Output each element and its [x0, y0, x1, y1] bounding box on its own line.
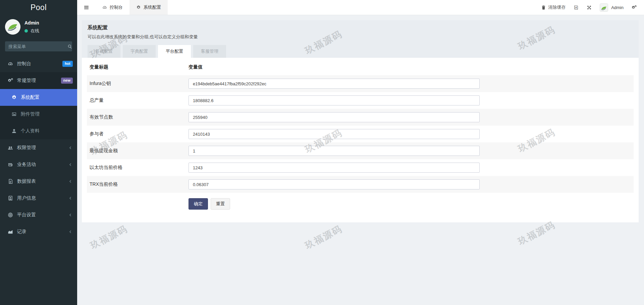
- sidebar-item-platform-set[interactable]: 平台设置: [0, 207, 77, 223]
- sidebar-toggle-button[interactable]: [77, 0, 96, 15]
- config-row-active-nodes: 有效节点数: [87, 109, 634, 126]
- sidebar-item-label: 权限管理: [17, 145, 36, 151]
- config-row-label: 参与者: [90, 131, 189, 137]
- config-card-head: 系统配置 可以在此增改系统的变量和分组,也可以自定义分组和变量 基础配置字典配置…: [82, 20, 639, 58]
- sidebar-item-general-manage[interactable]: 常规管理new: [0, 72, 77, 89]
- topbar-actions: 清除缓存 A Admin: [541, 0, 644, 15]
- config-row-eth-price: 以太坊当前价格: [87, 159, 634, 176]
- config-row-label: 有效节点数: [90, 114, 189, 120]
- file-text-icon: [7, 179, 13, 184]
- user-icon: [11, 128, 17, 134]
- topbar-tab-system-config[interactable]: 系统配置: [129, 0, 168, 15]
- cogs-icon: [632, 5, 637, 10]
- user-menu[interactable]: Admin: [600, 3, 624, 12]
- tab-platform-config[interactable]: 平台配置: [158, 45, 191, 58]
- main-area: 控制台系统配置 清除缓存 A: [77, 0, 644, 305]
- page-title: 系统配置: [88, 25, 633, 31]
- sidebar-item-business[interactable]: 业务活动: [0, 156, 77, 173]
- page-description: 可以在此增改系统的变量和分组,也可以自定义分组和变量: [88, 34, 633, 40]
- clear-cache-label: 清除缓存: [548, 4, 566, 10]
- brand[interactable]: Pool: [0, 0, 77, 15]
- tachometer-icon: [102, 5, 107, 10]
- bullseye-icon: [7, 212, 13, 218]
- topbar-tab-label: 系统配置: [144, 4, 161, 10]
- badge-new: new: [61, 78, 73, 84]
- chevron-left-icon: [68, 196, 72, 200]
- config-row-infura-key: Infura公钥: [87, 75, 634, 92]
- sidebar-item-label: 控制台: [17, 61, 31, 67]
- user-name: Admin: [24, 20, 39, 26]
- gear-icon: [136, 5, 141, 10]
- chevron-left-icon: [68, 213, 72, 217]
- config-input-participants[interactable]: [189, 129, 480, 139]
- online-dot: [24, 29, 28, 33]
- confirm-button[interactable]: 确定: [189, 198, 208, 210]
- tab-dict-config[interactable]: 字典配置: [123, 45, 156, 58]
- avatar: [5, 19, 20, 35]
- sidebar-item-system-config[interactable]: 系统配置: [0, 89, 77, 106]
- settings-button[interactable]: [632, 5, 637, 10]
- user-panel: Admin 在线: [0, 15, 77, 38]
- topbar: 控制台系统配置 清除缓存 A: [77, 0, 644, 15]
- sidebar-item-label: 用户信息: [17, 195, 36, 201]
- user-status-label: 在线: [31, 28, 39, 34]
- config-card: 系统配置 可以在此增改系统的变量和分组,也可以自定义分组和变量 基础配置字典配置…: [82, 20, 639, 222]
- sidebar-item-auth-manage[interactable]: 权限管理: [0, 139, 77, 156]
- badge-hot: hot: [62, 61, 73, 67]
- form-actions: 确定 重置: [87, 193, 634, 213]
- user-meta: Admin 在线: [24, 20, 39, 34]
- chevron-left-icon: [68, 179, 72, 183]
- sidebar-item-records[interactable]: 记录: [0, 223, 77, 240]
- column-header-title: 变量标题: [90, 64, 189, 70]
- topbar-tabs: 控制台系统配置: [96, 0, 168, 15]
- config-input-min-withdraw[interactable]: [189, 146, 480, 156]
- sidebar-item-data-reports[interactable]: 数据报表: [0, 173, 77, 190]
- sidebar-item-label: 附件管理: [21, 111, 40, 117]
- config-input-total-output[interactable]: [189, 95, 480, 105]
- sidebar-item-attachments[interactable]: 附件管理: [0, 106, 77, 123]
- sidebar-item-profile[interactable]: 个人资料: [0, 123, 77, 139]
- topbar-tab-console[interactable]: 控制台: [96, 0, 129, 15]
- tab-basic-config[interactable]: 基础配置: [88, 45, 120, 58]
- config-row-trx-price: TRX当前价格: [87, 176, 634, 193]
- topbar-tab-label: 控制台: [110, 4, 123, 10]
- sidebar-item-user-info[interactable]: 用户信息: [0, 190, 77, 207]
- sidebar-item-label: 常规管理: [17, 78, 36, 84]
- config-row-participants: 参与者: [87, 126, 634, 142]
- svg-text:A: A: [575, 6, 577, 9]
- sidebar-item-label: 业务活动: [17, 162, 36, 168]
- config-row-label: TRX当前价格: [90, 181, 189, 187]
- config-input-infura-key[interactable]: [189, 79, 480, 89]
- config-table: Infura公钥总产量有效节点数参与者最低提现金额以太坊当前价格TRX当前价格: [87, 75, 634, 193]
- language-button[interactable]: A: [574, 5, 579, 10]
- config-input-active-nodes[interactable]: [189, 112, 480, 122]
- sidebar-item-dashboard[interactable]: 控制台hot: [0, 55, 77, 72]
- chevron-left-icon: [68, 146, 72, 150]
- reset-button[interactable]: 重置: [211, 198, 230, 210]
- config-input-eth-price[interactable]: [189, 163, 480, 173]
- address-book-icon: [7, 195, 13, 201]
- chevron-left-icon: [68, 163, 72, 167]
- app-root: Pool Admin 在线 控制台hot常规管理new系统配置: [0, 0, 644, 305]
- config-row-label: 以太坊当前价格: [90, 165, 189, 171]
- area-chart-icon: [7, 229, 13, 234]
- clear-cache-button[interactable]: 清除缓存: [541, 4, 566, 10]
- sidebar-menu: 控制台hot常规管理new系统配置附件管理个人资料权限管理业务活动数据报表用户信…: [0, 55, 77, 240]
- user-menu-label: Admin: [611, 5, 624, 10]
- fullscreen-button[interactable]: [587, 5, 592, 10]
- sidebar: Pool Admin 在线 控制台hot常规管理new系统配置: [0, 0, 77, 305]
- config-input-trx-price[interactable]: [189, 179, 480, 189]
- chevron-left-icon: [68, 230, 72, 234]
- column-header-value: 变量值: [189, 64, 203, 70]
- brand-title: Pool: [31, 3, 47, 12]
- image-icon: [11, 112, 17, 117]
- sidebar-item-label: 平台设置: [17, 212, 36, 218]
- search-icon[interactable]: [67, 44, 72, 49]
- sidebar-item-label: 数据报表: [17, 178, 36, 184]
- tab-service-manage[interactable]: 客服管理: [193, 45, 226, 58]
- user-status: 在线: [24, 28, 39, 34]
- table-header-row: 变量标题 变量值: [87, 60, 634, 75]
- content: 系统配置 可以在此增改系统的变量和分组,也可以自定义分组和变量 基础配置字典配置…: [77, 15, 644, 305]
- search-input[interactable]: [8, 44, 67, 49]
- gear-icon: [11, 95, 17, 100]
